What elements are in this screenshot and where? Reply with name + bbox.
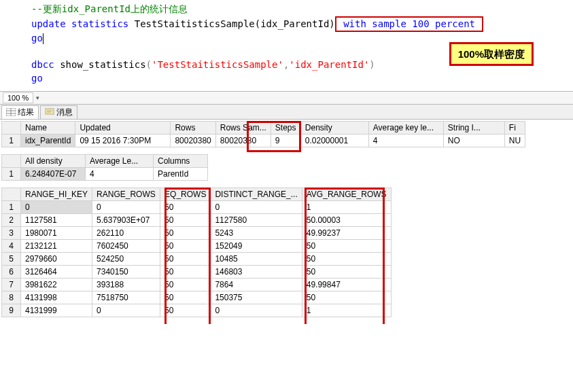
kw-dbcc: dbcc: [31, 59, 54, 70]
col-eqrows[interactable]: EQ_ROWS: [160, 188, 211, 200]
table-row: 1005001: [2, 200, 392, 213]
col-steps[interactable]: Steps: [271, 121, 300, 134]
col-rangerows[interactable]: RANGE_ROWS: [92, 188, 160, 200]
grid1-wrap: Name Updated Rows Rows Sam... Steps Dens…: [0, 121, 573, 147]
col-name[interactable]: Name: [21, 121, 75, 134]
col-rows-sampled[interactable]: Rows Sam...: [215, 121, 271, 134]
results-tabs: 结果 消息: [0, 105, 573, 120]
col-avgrange[interactable]: AVG_RANGE_ROWS: [302, 188, 391, 200]
table-icon: [6, 108, 16, 116]
table-row: 1 6.248407E-07 4 ParentId: [2, 167, 208, 180]
tab-messages-label: 消息: [56, 107, 73, 118]
col-columns[interactable]: Columns: [154, 154, 208, 167]
table-row: 8413199875187505015037550: [2, 291, 392, 304]
table-row: 4213212176024505015204950: [2, 239, 392, 252]
table-row: 7398162239318850786449.99847: [2, 278, 392, 291]
zoom-dropdown-icon[interactable]: ▾: [36, 94, 39, 101]
table-row: 1 idx_ParentId 09 15 2016 7:30PM 8002038…: [2, 134, 525, 147]
highlight-with-sample: with sample 100 percent: [335, 16, 484, 33]
str-table: 'TestStaitisticsSample': [152, 59, 283, 70]
tab-results-label: 结果: [18, 107, 34, 118]
code-target: TestStaitisticsSample(idx_ParentId): [128, 18, 334, 29]
svg-rect-4: [46, 109, 54, 114]
table-row: 52979660524250501048550: [2, 252, 392, 265]
table-row: 6312646473401505014680350: [2, 265, 392, 278]
col-filter[interactable]: Fi: [504, 121, 525, 134]
code-comment: --更新idx_ParentId上的统计信息: [31, 3, 188, 14]
tab-messages[interactable]: 消息: [40, 105, 77, 119]
str-index: 'idx_ParentId': [289, 59, 369, 70]
kw-statistics: statistics: [71, 18, 128, 29]
grid-stat-header[interactable]: Name Updated Rows Rows Sam... Steps Dens…: [1, 121, 525, 147]
text-cursor: [43, 33, 44, 44]
kw-go2: go: [31, 73, 43, 84]
table-row: 211275815.637903E+0750112758050.00003: [2, 213, 392, 226]
annotation-badge: 100%取样密度: [449, 42, 534, 66]
col-updated[interactable]: Updated: [75, 121, 171, 134]
corner-cell: [2, 154, 21, 167]
message-icon: [45, 108, 54, 116]
kw-update: update: [31, 18, 66, 29]
col-distinct[interactable]: DISTINCT_RANGE_...: [211, 188, 302, 200]
col-alldensity[interactable]: All density: [21, 154, 86, 167]
grid3-wrap: RANGE_HI_KEY RANGE_ROWS EQ_ROWS DISTINCT…: [0, 188, 573, 317]
table-row: 9413199905001: [2, 304, 392, 317]
col-density[interactable]: Density: [300, 121, 368, 134]
col-avglen[interactable]: Average Le...: [86, 154, 154, 167]
col-avgkey[interactable]: Average key le...: [368, 121, 443, 134]
col-string[interactable]: String I...: [443, 121, 504, 134]
corner-cell: [2, 121, 21, 134]
grid-histogram[interactable]: RANGE_HI_KEY RANGE_ROWS EQ_ROWS DISTINCT…: [1, 188, 392, 317]
code-func: show_statistics: [54, 59, 146, 70]
kw-go: go: [31, 33, 43, 43]
corner-cell: [2, 188, 21, 200]
zoom-select[interactable]: 100 %: [3, 92, 33, 103]
col-rows[interactable]: Rows: [171, 121, 215, 134]
grid-density[interactable]: All density Average Le... Columns 1 6.24…: [1, 154, 208, 181]
results-pane: Name Updated Rows Rows Sam... Steps Dens…: [0, 121, 573, 317]
zoom-toolbar: 100 % ▾: [0, 91, 573, 105]
sql-editor[interactable]: --更新idx_ParentId上的统计信息 update statistics…: [0, 0, 573, 91]
table-row: 3198007126211050524349.99237: [2, 226, 392, 239]
tab-results[interactable]: 结果: [1, 105, 39, 119]
col-rangehikey[interactable]: RANGE_HI_KEY: [21, 188, 92, 200]
